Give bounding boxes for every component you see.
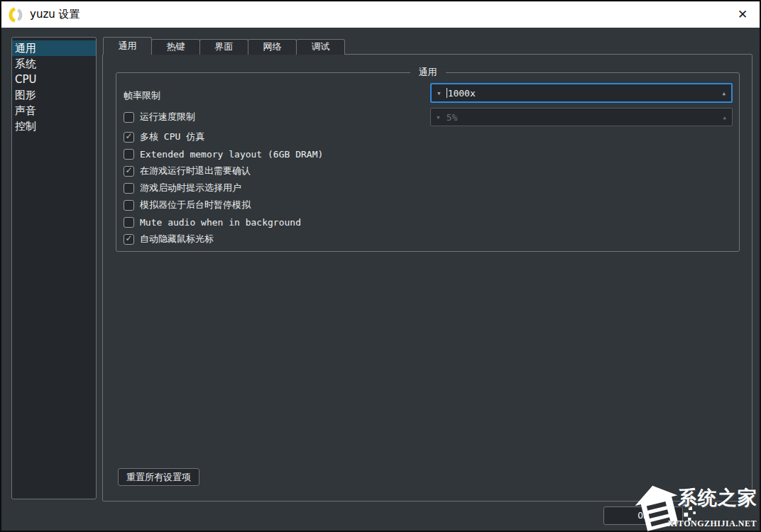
checkbox-confirm-exit[interactable]: ✓ 在游戏运行时退出需要确认 (124, 165, 251, 177)
checkbox-box: ✓ (124, 234, 134, 245)
sidebar-item-audio[interactable]: 声音 (12, 103, 96, 118)
checkbox-pause-background[interactable]: 模拟器位于后台时暂停模拟 (124, 199, 251, 211)
checkbox-multicore-cpu[interactable]: ✓ 多核 CPU 仿真 (124, 131, 204, 143)
tab-pane: 通用 帧率限制 ▾ 1000x ▴ ▾ 5% ▴ 运行速度限制 ✓ 多核 CPU… (102, 54, 752, 501)
sidebar-item-controls[interactable]: 控制 (12, 118, 96, 134)
speed-limit-value: 5% (447, 112, 458, 123)
checkbox-box: ✓ (124, 132, 134, 143)
checkbox-box (124, 217, 134, 228)
groupbox-title: 通用 (410, 66, 446, 79)
category-list: 通用 系统 CPU 图形 声音 控制 (11, 37, 97, 499)
yuzu-logo-icon (8, 6, 25, 23)
tab-interface[interactable]: 界面 (199, 39, 248, 55)
checkbox-prompt-user[interactable]: 游戏启动时提示选择用户 (124, 182, 241, 194)
sidebar-item-graphics[interactable]: 图形 (12, 87, 96, 103)
window-title: yuzu 设置 (30, 8, 80, 21)
titlebar: yuzu 设置 ✕ (1, 1, 760, 28)
checkbox-limit-speed[interactable]: 运行速度限制 (124, 111, 195, 123)
sidebar-item-general[interactable]: 通用 (12, 40, 96, 56)
tab-network[interactable]: 网络 (248, 39, 297, 55)
general-groupbox: 通用 帧率限制 ▾ 1000x ▴ ▾ 5% ▴ 运行速度限制 ✓ 多核 CPU… (116, 72, 740, 252)
watermark-site-name: 系统之家 (678, 485, 757, 511)
frame-rate-value: 1000x (448, 88, 476, 99)
checkbox-box (124, 183, 134, 194)
watermark-site-url: XITONGZHIJIA.NET (668, 519, 757, 529)
frame-rate-combobox[interactable]: ▾ 1000x ▴ (430, 83, 733, 103)
chevron-down-icon: ▾ (437, 89, 442, 97)
frame-rate-label: 帧率限制 (124, 89, 160, 102)
chevron-up-icon: ▴ (722, 113, 727, 121)
checkbox-hide-cursor[interactable]: ✓ 自动隐藏鼠标光标 (124, 233, 214, 245)
checkbox-mute-background[interactable]: Mute audio when in background (124, 216, 301, 228)
tab-general[interactable]: 通用 (103, 37, 152, 55)
settings-window: yuzu 设置 ✕ 通用 系统 CPU 图形 声音 控制 通用 热键 界面 网络… (0, 0, 761, 532)
sidebar-item-cpu[interactable]: CPU (12, 72, 96, 87)
text-cursor (447, 88, 447, 98)
reset-settings-button[interactable]: 重置所有设置项 (118, 468, 199, 486)
sidebar-item-system[interactable]: 系统 (12, 56, 96, 72)
check-icon: ✓ (125, 234, 132, 243)
checkbox-box (124, 112, 134, 123)
chevron-down-icon: ▾ (436, 113, 441, 121)
checkbox-extended-memory[interactable]: Extended memory layout (6GB DRAM) (124, 148, 323, 160)
close-icon[interactable]: ✕ (730, 2, 755, 26)
check-icon: ✓ (125, 132, 132, 140)
check-icon: ✓ (125, 166, 132, 174)
tab-bar: 通用 热键 界面 网络 调试 (103, 37, 344, 55)
checkbox-box: ✓ (124, 166, 134, 177)
checkbox-box (124, 149, 134, 160)
checkbox-box (124, 200, 134, 211)
tab-hotkeys[interactable]: 热键 (151, 39, 200, 55)
watermark: 系统之家 XITONGZHIJIA.NET (607, 480, 760, 531)
chevron-up-icon: ▴ (721, 89, 726, 97)
tab-debug[interactable]: 调试 (296, 39, 345, 55)
speed-limit-combobox: ▾ 5% ▴ (430, 108, 733, 126)
